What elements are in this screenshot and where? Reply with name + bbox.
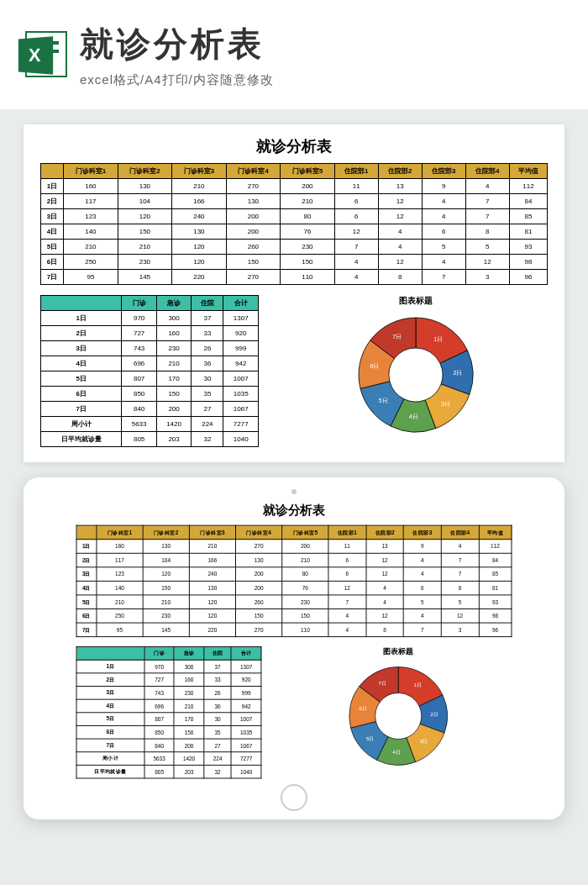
preview-tablet: 就诊分析表 门诊科室1门诊科室2门诊科室3门诊科室4门诊科室5住院部1住院部2住… (24, 477, 564, 819)
table-row: 5日210210120260230745593 (76, 595, 512, 609)
table-header: 门诊科室2 (143, 525, 189, 540)
table-header: 门诊科室3 (189, 525, 235, 540)
main-data-table: 门诊科室1门诊科室2门诊科室3门诊科室4门诊科室5住院部1住院部2住院部3住院部… (40, 163, 548, 285)
table-row: 2日72716033920 (41, 326, 259, 341)
table-header: 平均值 (479, 525, 512, 540)
svg-text:2日: 2日 (430, 712, 438, 717)
table-row: 1日970300371307 (41, 311, 259, 326)
svg-text:5日: 5日 (379, 398, 388, 403)
table-row: 1日970300371307 (76, 660, 261, 673)
chart-title: 图表标题 (399, 295, 433, 307)
table-row: 周小计563314202247277 (41, 417, 259, 432)
table-header: 门诊科室1 (64, 164, 118, 179)
table-header: 住院部1 (328, 525, 366, 540)
svg-text:5日: 5日 (366, 736, 374, 741)
table-header (76, 525, 97, 540)
table-header: 住院部1 (334, 164, 378, 179)
table-row: 周小计563314202247277 (76, 752, 261, 766)
table-header (41, 296, 122, 311)
table-header: 住院 (204, 647, 232, 661)
table-row: 2日1171041661302106124784 (41, 194, 548, 209)
chart-area: 图表标题 1日2日3日4日5日6日7日 (284, 295, 548, 438)
svg-text:6日: 6日 (359, 706, 366, 711)
table-row: 3日123120240200806124785 (41, 209, 548, 224)
table-header: 门诊科室3 (172, 164, 227, 179)
page-header: X 就诊分析表 excel格式/A4打印/内容随意修改 (0, 0, 588, 109)
table-row: 6日25023012015015041241298 (41, 255, 548, 270)
table-header: 门诊科室4 (226, 164, 281, 179)
table-row: 3日74323026999 (41, 341, 259, 356)
table-row: 7日95145220270110487396 (76, 623, 512, 637)
table-header: 平均值 (509, 164, 547, 179)
table-header: 门诊科室5 (281, 164, 335, 179)
table-row: 7日95145220270110487396 (41, 270, 548, 285)
table-header: 门诊科室1 (97, 525, 143, 540)
table-header: 急诊 (156, 296, 191, 311)
table-row: 5日807170301007 (76, 713, 261, 726)
svg-text:4日: 4日 (409, 414, 418, 419)
table-header: 门诊科室4 (236, 525, 282, 540)
svg-text:1日: 1日 (413, 682, 421, 687)
table-header: 住院部2 (378, 164, 422, 179)
table-header: 急诊 (174, 647, 203, 661)
table-row: 6日850150351035 (76, 725, 261, 739)
svg-text:4日: 4日 (392, 750, 400, 755)
table-row: 3日74323026999 (76, 687, 261, 700)
table-header: 门诊科室2 (118, 164, 172, 179)
table-header: 住院部4 (441, 525, 479, 540)
table-row: 4日69621036942 (76, 699, 261, 713)
svg-text:1日: 1日 (433, 336, 443, 342)
table-row: 7日840200271067 (41, 402, 259, 417)
sheet-title: 就诊分析表 (40, 136, 548, 156)
table-header: 合计 (231, 647, 260, 661)
table-row: 日平均就诊量805203321040 (41, 432, 259, 447)
table-header: 门诊 (144, 647, 174, 661)
page-subtitle: excel格式/A4打印/内容随意修改 (80, 72, 571, 88)
chart-area: 图表标题 1日2日3日4日5日6日7日 (285, 646, 512, 770)
table-row: 5日807170301007 (41, 371, 259, 387)
table-header (41, 164, 64, 179)
table-row: 1日160130210270200111394112 (76, 540, 512, 554)
table-header: 住院部3 (403, 525, 441, 540)
table-row: 5日210210120260230745593 (41, 240, 548, 255)
table-row: 1日160130210270200111394112 (41, 179, 548, 194)
page-title: 就诊分析表 (80, 21, 571, 67)
preview-paper: 就诊分析表 门诊科室1门诊科室2门诊科室3门诊科室4门诊科室5住院部1住院部2住… (24, 124, 564, 462)
table-header: 住院 (192, 296, 223, 311)
svg-text:2日: 2日 (453, 370, 462, 376)
table-row: 2日72716033920 (76, 673, 261, 687)
table-header (76, 647, 144, 661)
donut-chart: 1日2日3日4日5日6日7日 (344, 662, 453, 771)
chart-title: 图表标题 (383, 646, 414, 657)
table-row: 3日123120240200806124785 (76, 567, 512, 582)
table-row: 6日25023012015015041241298 (76, 609, 512, 624)
table-row: 4日140150130200761246881 (76, 581, 512, 595)
table-row: 6日850150351035 (41, 387, 259, 402)
table-header: 住院部4 (465, 164, 509, 179)
table-header: 住院部2 (366, 525, 404, 540)
table-header: 门诊 (122, 296, 156, 311)
summary-table: 门诊急诊住院合计 1日9703003713072日727160339203日74… (40, 295, 259, 447)
table-header: 住院部3 (422, 164, 465, 179)
table-header: 门诊科室5 (282, 525, 328, 540)
table-row: 4日69621036942 (41, 356, 259, 371)
svg-text:7日: 7日 (378, 681, 386, 686)
svg-text:3日: 3日 (441, 401, 450, 407)
summary-table: 门诊急诊住院合计 1日9703003713072日727160339203日74… (76, 646, 262, 778)
table-row: 7日840200271067 (76, 739, 261, 752)
sheet-title: 就诊分析表 (76, 503, 512, 519)
svg-text:3日: 3日 (420, 739, 428, 744)
excel-icon: X (17, 29, 67, 80)
table-row: 日平均就诊量805203321040 (76, 765, 261, 778)
table-header: 合计 (223, 296, 259, 311)
table-row: 2日1171041661302106124784 (76, 553, 512, 567)
main-data-table: 门诊科室1门诊科室2门诊科室3门诊科室4门诊科室5住院部1住院部2住院部3住院部… (76, 525, 512, 637)
table-row: 4日140150130200761246881 (41, 224, 548, 240)
svg-text:7日: 7日 (392, 334, 402, 340)
svg-text:6日: 6日 (370, 363, 380, 369)
donut-chart: 1日2日3日4日5日6日7日 (353, 312, 479, 438)
